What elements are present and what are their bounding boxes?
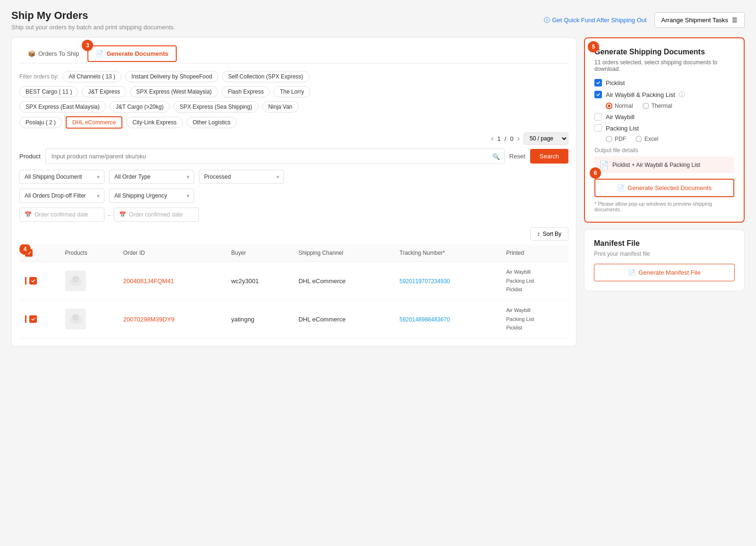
chip-jt-cargo[interactable]: J&T Cargo (>20kg)	[110, 101, 170, 113]
status-select[interactable]: Processed	[199, 170, 284, 184]
chip-instant-delivery[interactable]: Instant Delivery by ShopeeFood	[125, 71, 218, 82]
buyer-1: wc2y3001	[225, 262, 292, 300]
chip-citylink[interactable]: City-Link Express	[126, 117, 182, 128]
arrange-label: Arrange Shipment Tasks	[662, 17, 728, 24]
chip-self-collection[interactable]: Self Collection (SPX Express)	[222, 71, 309, 82]
printed-2: Air Waybill Packing List Picklist	[506, 306, 563, 332]
channel-2: DHL eCommerce	[293, 300, 394, 338]
order-id-2[interactable]: 20070298M39DY9	[123, 316, 174, 323]
shipping-doc-select[interactable]: All Shipping Document	[19, 170, 104, 184]
manifest-subtitle: Print your manifest file	[594, 251, 735, 257]
picklist-label: Picklist	[606, 79, 625, 87]
col-buyer: Buyer	[225, 244, 292, 262]
shipping-urgency-select[interactable]: All Shipping Urgency	[109, 189, 194, 203]
arrange-shipment-tasks-button[interactable]: Arrange Shipment Tasks ☰	[654, 12, 745, 28]
chip-jt-express[interactable]: J&T Express	[82, 86, 126, 97]
step-badge-6: 6	[590, 167, 601, 179]
chip-all-channels[interactable]: All Channels ( 13 )	[62, 71, 121, 82]
search-input-wrap: 🔍	[45, 148, 505, 164]
search-icon: 🔍	[492, 153, 500, 160]
reset-button[interactable]: Reset	[509, 153, 525, 160]
next-page-button[interactable]: ›	[517, 134, 520, 143]
generate-manifest-button[interactable]: 📄 Generate Manifest File	[594, 264, 735, 281]
pdf-radio[interactable]: PDF	[606, 136, 626, 142]
gen-docs-subtitle: 11 orders selected, select shipping docu…	[594, 59, 734, 72]
menu-icon: ☰	[732, 17, 738, 24]
tracking-2[interactable]: 5920148988483670	[400, 316, 450, 323]
tab-generate-documents[interactable]: 📄 Generate Documents	[87, 45, 177, 62]
popup-note: * Please allow pop-up windows to preview…	[594, 201, 734, 212]
col-shipping-channel: Shipping Channel	[293, 244, 394, 262]
generate-selected-docs-button[interactable]: 📄 Generate Selected Documents	[594, 179, 734, 197]
chip-dhl[interactable]: DHL eCommerce	[66, 116, 122, 129]
search-button[interactable]: Search	[530, 149, 568, 164]
page-total: 0	[510, 135, 513, 142]
date-row: 📅 Order confirmed date - 📅 Order confirm…	[19, 208, 568, 222]
date-from-input[interactable]: 📅 Order confirmed date	[19, 208, 104, 222]
page-current: 1	[498, 135, 501, 142]
svg-point-6	[73, 316, 75, 318]
chip-other-logistics[interactable]: Other Logistics	[187, 117, 237, 128]
channel-1: DHL eCommerce	[293, 262, 394, 300]
product-image-1	[65, 270, 86, 291]
box-icon: 📦	[28, 50, 35, 57]
date-from-placeholder: Order confirmed date	[34, 211, 88, 218]
calendar-icon-2: 📅	[119, 211, 126, 218]
doc-gen-icon: 📄	[617, 184, 625, 191]
manifest-title: Manifest File	[594, 239, 735, 248]
printed-1: Air Waybill Packing List Picklist	[506, 268, 563, 294]
output-section: Output file details 📄 Picklist + Air Way…	[594, 147, 734, 173]
chip-spx-west[interactable]: SPX Express (West Malaysia)	[130, 86, 218, 97]
prev-page-button[interactable]: ‹	[491, 134, 493, 143]
air-waybill-packing-checkbox[interactable]	[594, 91, 602, 98]
sort-row: ↕ Sort By	[19, 227, 568, 241]
sort-icon: ↕	[537, 231, 540, 237]
fund-icon: ⓘ	[544, 16, 550, 25]
normal-radio[interactable]: Normal	[606, 103, 633, 109]
print-type-radios: Normal Thermal	[606, 103, 734, 109]
tracking-1[interactable]: 5920119707234930	[400, 278, 450, 285]
dropoff-filter-wrap: All Orders Drop-off Filter ▼	[19, 189, 104, 203]
air-waybill-label: Air Waybill	[606, 113, 635, 121]
calendar-icon: 📅	[25, 211, 32, 218]
chip-spx-east[interactable]: SPX Express (East Malaysia)	[19, 101, 106, 113]
chip-spx-sea[interactable]: SPX Express (Sea Shipping)	[173, 101, 258, 113]
tab-bar: 📦 Orders To Ship 📄 Generate Documents 3	[19, 45, 568, 63]
air-waybill-checkbox[interactable]	[594, 113, 602, 121]
generate-docs-card: Generate Shipping Documents 5 11 orders …	[584, 37, 745, 223]
dropoff-filter-select[interactable]: All Orders Drop-off Filter	[19, 189, 104, 203]
row-1-checkbox[interactable]	[29, 277, 37, 285]
chip-flash-express[interactable]: Flash Express	[222, 86, 270, 97]
excel-radio[interactable]: Excel	[636, 136, 658, 142]
chip-ninja-van[interactable]: Ninja Van	[262, 101, 299, 113]
orders-table-wrap: 4 Products Order ID Buyer Shipping Chann…	[19, 244, 568, 338]
pagination-row: ‹ 1 / 0 › 50 / page 100 / page	[19, 132, 568, 145]
picklist-option: Picklist	[594, 79, 734, 87]
chip-the-lorry[interactable]: The Lorry	[274, 86, 310, 97]
thermal-radio[interactable]: Thermal	[643, 103, 672, 109]
filter-dropdowns: All Shipping Document ▼ All Order Type ▼…	[19, 170, 568, 184]
output-file-name: Picklist + Air Waybill & Packing List	[612, 162, 700, 168]
date-to-input[interactable]: 📅 Order confirmed date	[114, 208, 199, 222]
sort-by-button[interactable]: ↕ Sort By	[530, 227, 568, 241]
order-type-select[interactable]: All Order Type	[109, 170, 194, 184]
manifest-icon: 📄	[628, 269, 636, 276]
col-tracking-number: Tracking Number*	[394, 244, 501, 262]
row-2-checkbox[interactable]	[29, 315, 37, 323]
packing-list-checkbox[interactable]	[594, 124, 602, 132]
chip-poslaju[interactable]: Poslaju ( 2 )	[19, 117, 62, 128]
status-wrap: Processed ▼	[199, 170, 284, 184]
order-type-wrap: All Order Type ▼	[109, 170, 194, 184]
tab-orders-to-ship[interactable]: 📦 Orders To Ship	[19, 45, 87, 63]
order-id-1[interactable]: 2004081J4FQM41	[123, 277, 174, 285]
search-input[interactable]	[45, 148, 505, 164]
picklist-checkbox[interactable]	[594, 79, 602, 87]
packing-list-label: Packing List	[606, 125, 639, 132]
packing-list-option: Packing List	[594, 124, 734, 132]
filter-chips-row: Filter orders by: All Channels ( 13 ) In…	[19, 71, 568, 82]
svg-point-7	[76, 316, 78, 318]
product-image-2	[65, 309, 86, 329]
get-quick-fund-link[interactable]: ⓘ Get Quick Fund After Shipping Out	[544, 16, 646, 25]
chip-best-cargo[interactable]: BEST Cargo ( 11 )	[19, 86, 78, 97]
per-page-select[interactable]: 50 / page 100 / page	[524, 132, 568, 145]
